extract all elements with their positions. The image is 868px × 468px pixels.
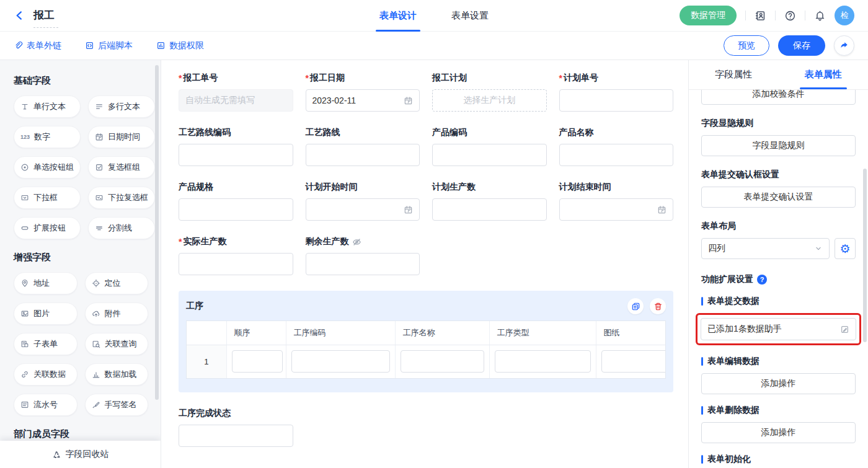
column-header-process-name: 工序名称 [395, 321, 489, 345]
submit-confirm-button[interactable]: 表单提交确认设置 [701, 187, 856, 208]
bar-chart-icon [92, 370, 100, 379]
save-button[interactable]: 保存 [778, 35, 825, 56]
submit-confirm-label: 表单提交确认框设置 [701, 169, 856, 180]
field-recycle-bin[interactable]: 字段回收站 [0, 441, 161, 468]
field-plan-qty[interactable]: 计划生产数 [432, 182, 547, 221]
help-question-icon[interactable]: ? [757, 275, 767, 285]
field-pill-dropdown[interactable]: 下拉框 [14, 187, 81, 209]
field-remaining-qty[interactable]: 剩余生产数 [306, 236, 420, 275]
tab-form-design[interactable]: 表单设计 [379, 0, 417, 32]
field-pill-extend-button[interactable]: 扩展按钮 [14, 217, 81, 239]
field-pill-datetime[interactable]: 日期时间 [88, 126, 155, 148]
secondary-toolbar: 表单外链 后端脚本 数据权限 预览 保存 [0, 32, 868, 60]
field-pill-radio-group[interactable]: 单选按钮组 [14, 156, 81, 179]
image-icon [20, 309, 29, 318]
field-pill-single-text[interactable]: 单行文本 [14, 95, 81, 118]
field-product-code[interactable]: 产品编码 [432, 127, 547, 166]
data-manage-button[interactable]: 数据管理 [680, 6, 737, 25]
process-status-input[interactable] [179, 425, 293, 447]
order-cell-input[interactable] [232, 350, 283, 373]
process-code-cell-input[interactable] [291, 350, 390, 373]
field-pill-multi-text[interactable]: 多行文本 [88, 95, 155, 118]
tab-form-properties[interactable]: 表单属性 [779, 60, 868, 89]
tab-field-properties[interactable]: 字段属性 [689, 60, 779, 89]
product-name-input[interactable] [559, 144, 674, 166]
field-pill-divider[interactable]: 分割线 [88, 217, 155, 239]
subform-title: 工序 [186, 301, 203, 312]
share-button[interactable] [834, 35, 854, 56]
field-pill-lookup[interactable]: 关联查询 [85, 333, 149, 355]
extension-settings-label: 功能扩展设置 ? [701, 274, 856, 285]
field-product-name[interactable]: 产品名称 [559, 127, 674, 166]
add-validation-button[interactable]: 添加校验条件 [701, 90, 856, 105]
field-report-number[interactable]: *报工单号 自动生成无需填写 [179, 73, 293, 112]
field-pill-linked-data[interactable]: 关联数据 [14, 363, 78, 386]
remaining-qty-input[interactable] [306, 253, 420, 275]
field-pill-subform[interactable]: 子表单 [14, 333, 78, 355]
data-assistant-item[interactable]: 已添加1条数据助手 [701, 318, 856, 340]
field-pill-signature[interactable]: 手写签名 [85, 394, 149, 416]
address-book-icon[interactable] [755, 10, 766, 22]
group-submit-data-label: 表单提交数据 [701, 296, 856, 307]
text-icon [20, 102, 29, 111]
select-plan-button[interactable]: 选择生产计划 [432, 89, 547, 112]
field-pill-locate[interactable]: 定位 [85, 272, 149, 294]
drawing-cell-input[interactable] [601, 350, 666, 373]
avatar[interactable]: 检 [835, 6, 854, 25]
field-plan-number[interactable]: *计划单号 [559, 73, 674, 112]
field-report-date[interactable]: *报工日期 2023-02-11 [306, 73, 420, 112]
field-process-status[interactable]: 工序完成状态 [179, 408, 293, 447]
edit-icon[interactable] [840, 325, 849, 334]
form-external-link[interactable]: 表单外链 [14, 40, 61, 51]
product-code-input[interactable] [432, 144, 547, 166]
form-canvas: *报工单号 自动生成无需填写 *报工日期 2023-02-11 报工计划 选择生… [161, 60, 688, 468]
field-pill-serial-number[interactable]: 流水号 [14, 394, 78, 416]
field-pill-number[interactable]: 123数字 [14, 126, 81, 148]
field-route-code[interactable]: 工艺路线编码 [179, 127, 293, 166]
panel-scrollbar[interactable] [863, 169, 867, 342]
visibility-rules-button[interactable]: 字段显隐规则 [701, 135, 856, 156]
field-pill-image[interactable]: 图片 [14, 302, 78, 325]
copy-subform-button[interactable] [627, 298, 644, 314]
report-number-input[interactable]: 自动生成无需填写 [179, 89, 293, 112]
report-date-input[interactable]: 2023-02-11 [306, 89, 420, 112]
field-plan-end-time[interactable]: 计划结束时间 [559, 182, 674, 221]
backend-script-link[interactable]: 后端脚本 [85, 40, 133, 51]
field-plan-start-time[interactable]: 计划开始时间 [306, 182, 420, 221]
plan-number-input[interactable] [559, 89, 674, 112]
add-action-button-delete[interactable]: 添加操作 [701, 422, 856, 443]
layout-select[interactable]: 四列 [701, 238, 830, 259]
field-pill-multi-dropdown[interactable]: 下拉复选框 [88, 187, 155, 209]
calendar-icon [404, 96, 413, 105]
product-spec-input[interactable] [179, 198, 293, 221]
layout-settings-button[interactable]: ⚙ [835, 238, 856, 259]
notification-bell-icon[interactable] [814, 10, 826, 22]
field-pill-address[interactable]: 地址 [14, 272, 78, 294]
sidebar-scrollbar[interactable] [155, 65, 159, 400]
delete-subform-button[interactable] [650, 298, 666, 314]
field-actual-qty[interactable]: *实际生产数 [179, 236, 293, 275]
plan-qty-input[interactable] [432, 198, 547, 221]
plan-start-input[interactable] [306, 198, 420, 221]
route-code-input[interactable] [179, 144, 293, 166]
form-title[interactable]: 报工 [33, 8, 55, 24]
plan-end-input[interactable] [559, 198, 674, 221]
preview-button[interactable]: 预览 [724, 35, 769, 56]
route-input[interactable] [306, 144, 420, 166]
top-header: 报工 表单设计 表单设置 数据管理 检 [0, 0, 868, 32]
tab-form-settings[interactable]: 表单设置 [451, 0, 489, 32]
field-route[interactable]: 工艺路线 [306, 127, 420, 166]
add-action-button-edit[interactable]: 添加操作 [701, 373, 856, 394]
subform-process[interactable]: 工序 顺序 工序编码 工序名称 [179, 291, 673, 392]
field-pill-checkbox-group[interactable]: 复选框组 [88, 156, 155, 179]
actual-qty-input[interactable] [179, 253, 293, 275]
field-pill-data-load[interactable]: 数据加载 [85, 363, 149, 386]
field-report-plan[interactable]: 报工计划 选择生产计划 [432, 73, 547, 112]
help-icon[interactable] [784, 10, 796, 22]
process-name-cell-input[interactable] [401, 350, 484, 373]
process-type-cell-input[interactable] [495, 350, 591, 373]
data-permission-link[interactable]: 数据权限 [156, 40, 204, 51]
field-pill-attachment[interactable]: 附件 [85, 302, 149, 325]
back-button[interactable] [14, 10, 25, 21]
field-product-spec[interactable]: 产品规格 [179, 182, 293, 221]
